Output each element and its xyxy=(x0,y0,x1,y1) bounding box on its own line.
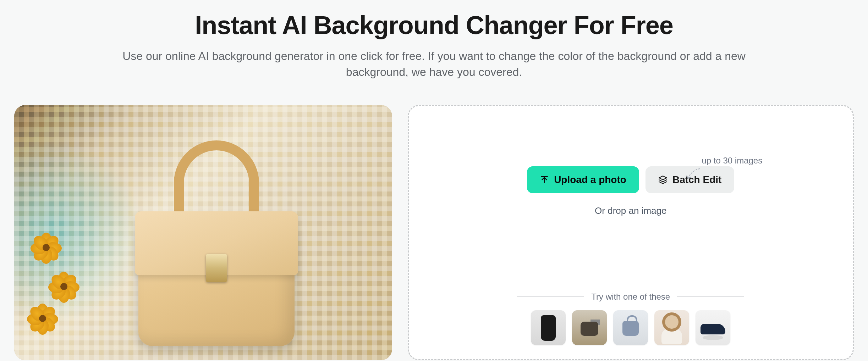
svg-marker-0 xyxy=(659,176,667,180)
hero-subtitle: Use our online AI background generator i… xyxy=(97,48,771,80)
sample-thumb-woman-hat[interactable] xyxy=(654,310,689,345)
drop-hint-text: Or drop an image xyxy=(595,205,666,216)
upload-photo-button[interactable]: Upload a photo xyxy=(527,166,639,193)
handbag-product-image xyxy=(131,133,302,346)
samples-section: Try with one of these xyxy=(423,292,839,345)
sample-thumbnails xyxy=(531,310,730,345)
divider-line xyxy=(517,296,584,297)
panels-row: up to 30 images Upload a photo xyxy=(14,105,854,360)
divider-line xyxy=(677,296,744,297)
page-container: Instant AI Background Changer For Free U… xyxy=(0,0,868,361)
batch-hint-text: up to 30 images xyxy=(702,156,762,166)
preview-panel xyxy=(14,105,392,360)
curved-arrow-icon xyxy=(684,167,702,181)
upload-photo-label: Upload a photo xyxy=(554,174,626,185)
samples-label: Try with one of these xyxy=(591,292,670,302)
sample-thumb-camera[interactable] xyxy=(572,310,607,345)
sample-thumb-coffee-cup[interactable] xyxy=(531,310,566,345)
layers-icon xyxy=(658,175,668,184)
flowers-decoration xyxy=(28,218,106,339)
sample-thumb-handbag[interactable] xyxy=(613,310,648,345)
upload-dropzone[interactable]: up to 30 images Upload a photo xyxy=(408,105,854,360)
upload-icon xyxy=(540,175,549,184)
batch-hint: up to 30 images xyxy=(684,156,762,181)
hero-title: Instant AI Background Changer For Free xyxy=(14,11,854,40)
samples-header: Try with one of these xyxy=(517,292,744,302)
sample-thumb-shoes[interactable] xyxy=(696,310,730,345)
